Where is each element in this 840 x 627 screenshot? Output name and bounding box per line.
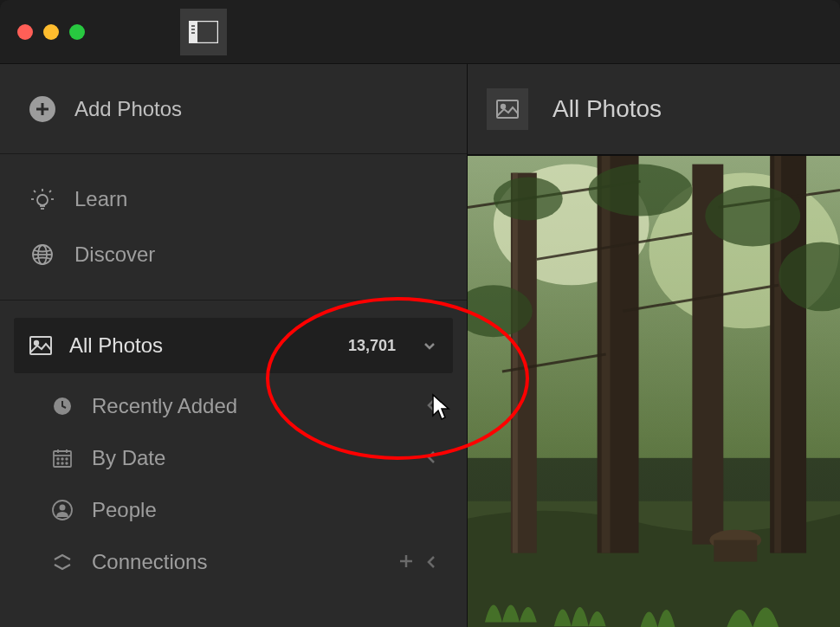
photo-thumbnail[interactable] <box>468 156 840 627</box>
nav-discover-label: Discover <box>74 242 155 267</box>
svg-point-56 <box>589 165 693 217</box>
svg-point-37 <box>501 105 505 108</box>
photo-grid[interactable] <box>468 154 840 627</box>
nav-section: Learn Discover <box>0 154 467 301</box>
sidebar-item-people[interactable]: People <box>0 484 467 536</box>
add-photos-button[interactable]: Add Photos <box>0 64 467 154</box>
svg-line-13 <box>34 191 36 192</box>
svg-rect-61 <box>714 540 757 562</box>
chevron-down-icon[interactable] <box>422 338 437 353</box>
main-header: All Photos <box>468 64 840 154</box>
chevron-left-icon[interactable] <box>425 449 437 465</box>
sidebar-item-all-photos[interactable]: All Photos 13,701 <box>14 318 453 373</box>
page-title: All Photos <box>552 95 662 123</box>
recently-added-label: Recently Added <box>92 394 237 418</box>
photo-icon <box>496 100 519 119</box>
svg-point-55 <box>494 178 563 221</box>
connections-icon <box>52 552 73 572</box>
all-photos-count: 13,701 <box>348 337 396 355</box>
svg-point-29 <box>57 462 59 464</box>
library-section: All Photos 13,701 Recently Added <box>0 301 467 588</box>
svg-point-31 <box>66 462 68 464</box>
minimize-window-button[interactable] <box>43 24 59 40</box>
svg-point-7 <box>37 195 48 205</box>
nav-learn[interactable]: Learn <box>0 171 467 227</box>
add-photos-label: Add Photos <box>74 97 182 121</box>
sidebar-item-by-date[interactable]: By Date <box>0 432 467 484</box>
svg-point-57 <box>705 186 800 247</box>
svg-point-27 <box>61 458 63 460</box>
all-photos-label: All Photos <box>69 333 163 358</box>
chevron-left-icon[interactable] <box>425 554 437 570</box>
clock-icon <box>52 396 73 417</box>
panel-toggle-button[interactable] <box>180 9 227 55</box>
svg-line-14 <box>49 191 51 192</box>
svg-rect-1 <box>189 21 197 43</box>
main-header-icon-box <box>487 88 528 130</box>
chevron-left-icon[interactable] <box>425 398 437 413</box>
person-icon <box>52 500 73 520</box>
nav-discover[interactable]: Discover <box>0 227 467 282</box>
photo-icon <box>29 336 52 355</box>
svg-point-19 <box>35 341 38 345</box>
calendar-icon <box>52 448 73 469</box>
svg-point-33 <box>60 505 66 511</box>
window-titlebar <box>0 0 840 64</box>
nav-learn-label: Learn <box>74 187 127 211</box>
plus-icon[interactable] <box>399 554 413 568</box>
close-window-button[interactable] <box>17 24 33 40</box>
by-date-label: By Date <box>92 446 165 470</box>
main-panel: All Photos <box>467 64 840 627</box>
connections-label: Connections <box>92 550 207 574</box>
svg-point-30 <box>61 462 63 464</box>
sidebar-item-connections[interactable]: Connections <box>0 536 467 588</box>
sidebar: Add Photos Learn <box>0 64 467 627</box>
maximize-window-button[interactable] <box>69 24 85 40</box>
panel-toggle-icon <box>189 21 218 43</box>
people-label: People <box>92 498 157 522</box>
svg-point-26 <box>57 458 59 460</box>
plus-circle-icon <box>29 96 55 122</box>
globe-icon <box>31 243 54 266</box>
lightbulb-icon <box>30 187 55 211</box>
svg-rect-44 <box>513 173 518 553</box>
svg-point-28 <box>66 458 68 460</box>
window-controls <box>17 24 85 40</box>
sidebar-item-recently-added[interactable]: Recently Added <box>0 380 467 432</box>
